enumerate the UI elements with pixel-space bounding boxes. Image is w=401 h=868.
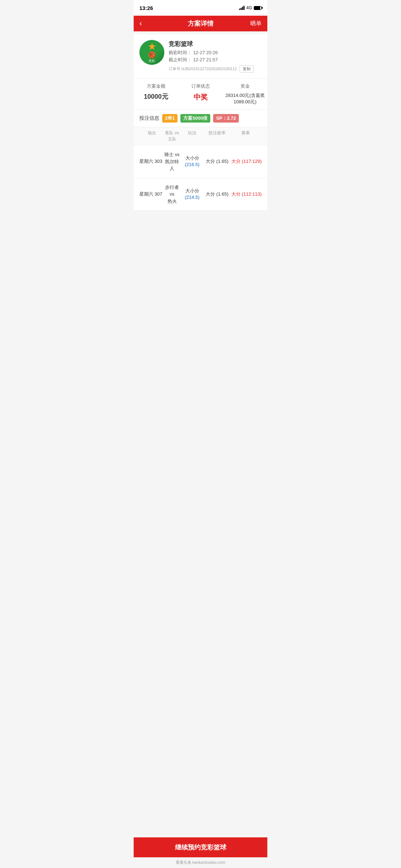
prize-label: 奖金	[223, 83, 267, 89]
network-label: 4G	[246, 5, 252, 10]
match-round: 星期六 303	[139, 158, 164, 165]
logo: ★ 🏀 竞彩	[139, 40, 164, 65]
th-odds: 投注赔率	[205, 130, 230, 142]
main-content: ★ 🏀 竞彩 竞彩篮球 购彩时间： 12-27 20:26 截止时间： 12-2…	[134, 34, 267, 211]
order-details: 竞彩篮球 购彩时间： 12-27 20:26 截止时间： 12-27 21:57…	[169, 40, 262, 73]
order-id: 订单号 HJB20191227202618031901​12	[169, 66, 237, 72]
prize-value: 28314.00元(含嘉奖 1089.00元)	[223, 92, 267, 105]
badge-sp: SP：2.72	[213, 114, 239, 123]
nav-bar: ‹ 方案详情 晒单	[134, 16, 267, 31]
back-button[interactable]: ‹	[139, 19, 154, 28]
order-id-row: 订单号 HJB20191227202618031901​12 复制	[169, 65, 262, 73]
badge-parlay: 2串1	[162, 114, 178, 123]
match-odds: 大分 (1.65)	[205, 158, 230, 165]
match-teams: 骑士 vs凯尔特人	[164, 151, 180, 172]
order-info-section: ★ 🏀 竞彩 竞彩篮球 购彩时间： 12-27 20:26 截止时间： 12-2…	[134, 34, 267, 78]
status-bar: 13:26 4G	[134, 0, 267, 16]
prize-stat: 奖金 28314.00元(含嘉奖 1089.00元)	[223, 83, 267, 105]
status-label: 订单状态	[178, 83, 223, 89]
match-teams: 步行者 vs热火	[164, 184, 180, 205]
status-stat: 订单状态 中奖	[178, 83, 223, 105]
status-value: 中奖	[178, 92, 223, 102]
match-play: 大小分 (214.5)	[180, 188, 205, 201]
th-round: 场次	[139, 130, 164, 142]
stats-row: 方案金额 10000元 订单状态 中奖 奖金 28314.00元(含嘉奖 108…	[134, 78, 267, 110]
match-play: 大小分 (216.5)	[180, 155, 205, 168]
match-result: 大分 (112:113)	[230, 191, 262, 197]
matches-list: 星期六 303 骑士 vs凯尔特人 大小分 (216.5) 大分 (1.65) …	[134, 145, 267, 211]
purchase-time-label: 购彩时间：	[169, 50, 192, 55]
th-result: 赛果	[230, 130, 262, 142]
th-match: 客队 vs 主队	[164, 130, 180, 142]
match-odds: 大分 (1.65)	[205, 191, 230, 197]
copy-button[interactable]: 复制	[240, 65, 254, 73]
table-row: 星期六 303 骑士 vs凯尔特人 大小分 (216.5) 大分 (1.65) …	[134, 145, 267, 178]
th-play: 玩法	[180, 130, 205, 142]
status-time: 13:26	[139, 5, 153, 11]
match-result: 大分 (117:129)	[230, 158, 262, 165]
purchase-time-value: 12-27 20:26	[193, 50, 218, 55]
match-round: 星期六 307	[139, 191, 164, 197]
deadline-time: 截止时间： 12-27 21:57	[169, 57, 262, 63]
order-title: 竞彩篮球	[169, 40, 262, 48]
amount-label: 方案金额	[134, 83, 178, 89]
bet-info-section: 投注信息 2串1 方案5000倍 SP：2.72	[134, 110, 267, 127]
table-header: 场次 客队 vs 主队 玩法 投注赔率 赛果	[134, 127, 267, 145]
bet-info-label: 投注信息	[139, 115, 159, 122]
deadline-value: 12-27 21:57	[193, 57, 218, 62]
amount-value: 10000元	[134, 92, 178, 101]
signal-icon	[239, 6, 245, 10]
deadline-label: 截止时间：	[169, 57, 192, 62]
logo-text: 竞彩	[148, 59, 156, 63]
share-button[interactable]: 晒单	[247, 20, 262, 27]
battery-icon	[254, 6, 262, 10]
table-row: 星期六 307 步行者 vs热火 大小分 (214.5) 大分 (1.65) 大…	[134, 178, 267, 211]
amount-stat: 方案金额 10000元	[134, 83, 178, 105]
badge-multiplier: 方案5000倍	[180, 114, 210, 123]
status-icons: 4G	[239, 5, 262, 10]
page-title: 方案详情	[154, 19, 247, 28]
purchase-time: 购彩时间： 12-27 20:26	[169, 50, 262, 56]
